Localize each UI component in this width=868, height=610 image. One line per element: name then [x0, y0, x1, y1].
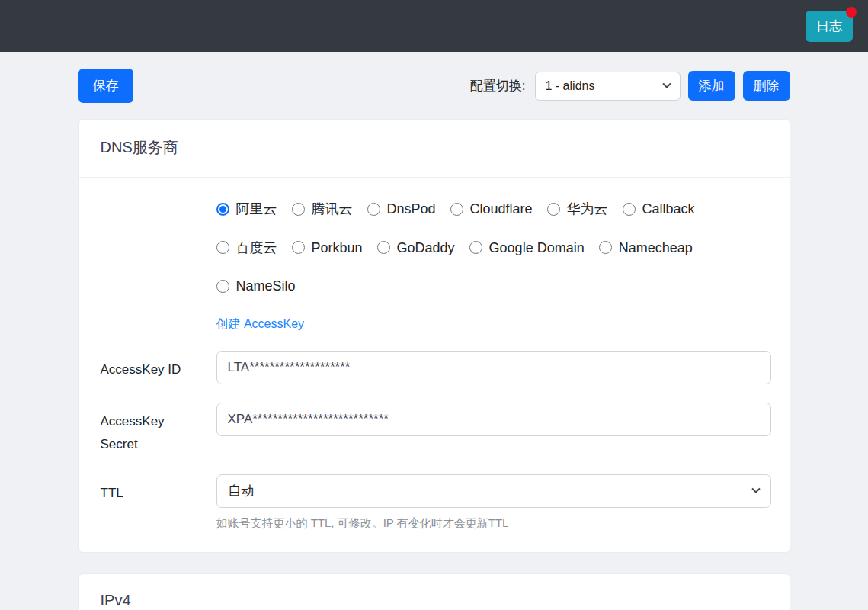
- accesskey-secret-input[interactable]: [216, 403, 771, 436]
- radio-unchecked-icon: [547, 203, 560, 216]
- radio-unchecked-icon: [216, 241, 229, 254]
- provider-radio-label: GoDaddy: [397, 238, 455, 258]
- provider-radio-NameSilo[interactable]: NameSilo: [216, 276, 296, 296]
- ttl-select-value: 自动: [229, 482, 255, 499]
- dns-provider-card: DNS服务商 阿里云腾讯云DnsPodCloudflare华为云Callback…: [78, 119, 790, 553]
- provider-radio-Google Domain[interactable]: Google Domain: [469, 238, 585, 258]
- provider-radio-label: 阿里云: [236, 199, 277, 219]
- page: 日志 保存 配置切换: 1 - alidns 添加 删除 DNS服务商: [0, 0, 868, 610]
- ttl-label: TTL: [101, 474, 216, 531]
- ttl-row: TTL 自动 如账号支持更小的 TTL, 可修改。IP 有变化时才会更新TTL: [101, 474, 768, 531]
- provider-radio-华为云[interactable]: 华为云: [547, 199, 608, 219]
- provider-radio-阿里云[interactable]: 阿里云: [216, 199, 277, 219]
- radio-unchecked-icon: [450, 203, 463, 216]
- delete-config-button[interactable]: 删除: [743, 71, 790, 101]
- provider-radio-Porkbun[interactable]: Porkbun: [292, 238, 363, 258]
- accesskey-id-label: AccessKey ID: [101, 351, 216, 384]
- radio-unchecked-icon: [377, 241, 390, 254]
- radio-unchecked-icon: [599, 241, 612, 254]
- provider-radio-group: 阿里云腾讯云DnsPodCloudflare华为云Callback百度云Pork…: [216, 199, 771, 332]
- log-button-label: 日志: [816, 19, 842, 34]
- provider-radio-row: NameSilo: [216, 276, 771, 299]
- dns-card-title: DNS服务商: [79, 120, 790, 178]
- accesskey-secret-label: AccessKey Secret: [101, 403, 216, 456]
- provider-radio-Namecheap[interactable]: Namecheap: [599, 238, 693, 258]
- notification-dot-icon: [846, 7, 857, 18]
- ipv4-card: IPv4: [78, 573, 790, 610]
- radio-unchecked-icon: [367, 203, 380, 216]
- provider-radio-label: Callback: [642, 199, 695, 219]
- provider-row: 阿里云腾讯云DnsPodCloudflare华为云Callback百度云Pork…: [101, 199, 768, 332]
- provider-radio-Cloudflare[interactable]: Cloudflare: [450, 199, 533, 219]
- ttl-select[interactable]: 自动: [216, 474, 771, 508]
- radio-checked-icon: [216, 203, 229, 216]
- radio-unchecked-icon: [216, 280, 229, 293]
- radio-unchecked-icon: [292, 203, 305, 216]
- provider-radio-label: 百度云: [236, 238, 277, 258]
- dns-card-body: 阿里云腾讯云DnsPodCloudflare华为云Callback百度云Pork…: [79, 178, 790, 552]
- config-switcher: 配置切换: 1 - alidns 添加 删除: [470, 71, 790, 101]
- config-select[interactable]: 1 - alidns: [535, 72, 681, 101]
- provider-radio-label: DnsPod: [387, 199, 436, 219]
- log-button[interactable]: 日志: [806, 11, 853, 42]
- provider-radio-GoDaddy[interactable]: GoDaddy: [377, 238, 455, 258]
- accesskey-secret-row: AccessKey Secret: [101, 403, 768, 456]
- top-bar: 日志: [0, 0, 868, 52]
- save-button[interactable]: 保存: [78, 69, 133, 103]
- ttl-help-text: 如账号支持更小的 TTL, 可修改。IP 有变化时才会更新TTL: [216, 516, 771, 531]
- chevron-down-icon: [662, 79, 671, 88]
- provider-radio-label: NameSilo: [236, 276, 296, 296]
- provider-radio-Callback[interactable]: Callback: [623, 199, 695, 219]
- radio-unchecked-icon: [292, 241, 305, 254]
- chevron-down-icon: [751, 484, 760, 493]
- provider-radio-row: 百度云PorkbunGoDaddyGoogle DomainNamecheap: [216, 238, 771, 261]
- config-switch-label: 配置切换:: [470, 77, 526, 95]
- create-accesskey-link[interactable]: 创建 AccessKey: [216, 316, 305, 332]
- provider-radio-label: Cloudflare: [470, 199, 533, 219]
- radio-unchecked-icon: [469, 241, 482, 254]
- accesskey-id-input[interactable]: [216, 351, 771, 384]
- provider-radio-DnsPod[interactable]: DnsPod: [367, 199, 436, 219]
- provider-radio-row: 阿里云腾讯云DnsPodCloudflare华为云Callback: [216, 199, 771, 222]
- radio-unchecked-icon: [623, 203, 636, 216]
- provider-radio-腾讯云[interactable]: 腾讯云: [292, 199, 353, 219]
- add-config-button[interactable]: 添加: [688, 71, 735, 101]
- accesskey-id-row: AccessKey ID: [101, 351, 768, 384]
- provider-radio-label: Namecheap: [619, 238, 693, 258]
- main-container: 保存 配置切换: 1 - alidns 添加 删除 DNS服务商 阿里云腾讯云D…: [78, 69, 790, 610]
- toolbar: 保存 配置切换: 1 - alidns 添加 删除: [78, 69, 790, 103]
- provider-label-spacer: [101, 199, 216, 332]
- provider-radio-百度云[interactable]: 百度云: [216, 238, 277, 258]
- provider-rows: 阿里云腾讯云DnsPodCloudflare华为云Callback百度云Pork…: [216, 199, 771, 299]
- provider-radio-label: 华为云: [567, 199, 608, 219]
- config-select-value: 1 - alidns: [546, 79, 595, 93]
- provider-radio-label: Google Domain: [489, 238, 585, 258]
- ipv4-card-title: IPv4: [79, 574, 790, 610]
- provider-radio-label: 腾讯云: [312, 199, 353, 219]
- provider-radio-label: Porkbun: [312, 238, 363, 258]
